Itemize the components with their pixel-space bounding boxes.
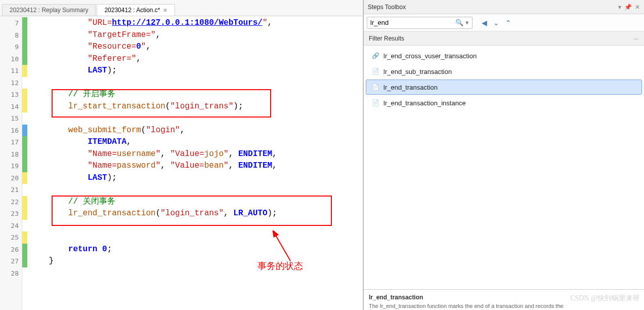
line-number: 27	[0, 255, 19, 267]
code-line[interactable]: lr_start_transaction("login_trans");	[29, 101, 363, 113]
line-number: 7	[0, 17, 19, 29]
tab[interactable]: 20230412 : Action.c*×	[97, 4, 175, 16]
tabs-bar: 20230412 : Replay Summary20230412 : Acti…	[0, 0, 363, 16]
result-item[interactable]: 📄lr_end_transaction	[366, 80, 642, 95]
link-icon: 🔗	[371, 52, 379, 60]
close-icon[interactable]: ×	[163, 7, 167, 14]
function-icon: 📄	[371, 83, 379, 91]
change-markers	[22, 16, 27, 310]
change-marker	[22, 29, 27, 42]
function-icon: 📄	[371, 67, 379, 75]
nav-back-icon[interactable]: ◀	[482, 19, 487, 27]
change-marker	[22, 89, 27, 101]
change-marker	[22, 41, 27, 53]
code-line[interactable]	[29, 267, 363, 280]
steps-toolbox-panel: Steps Toolbox ▾ 📌 ✕ 🔍 ▾ ◀ ⌄ ⌃ Filter Res…	[363, 0, 644, 310]
code-line[interactable]: // 关闭事务	[29, 196, 363, 208]
result-item[interactable]: 🔗lr_end_cross_vuser_transaction	[366, 48, 642, 63]
line-number: 21	[0, 184, 19, 196]
change-marker	[22, 125, 27, 137]
code-line[interactable]	[29, 231, 363, 244]
pin-icon[interactable]: 📌	[624, 4, 632, 11]
code-line[interactable]: "Referer=",	[29, 53, 363, 65]
toolbox-search-bar: 🔍 ▾ ◀ ⌄ ⌃	[364, 14, 644, 31]
change-marker	[22, 196, 27, 208]
change-marker	[22, 148, 27, 161]
annotation-label: 事务的状态	[257, 260, 303, 273]
code-editor[interactable]: 7891011121314151617181920212223242526272…	[0, 16, 363, 310]
line-number: 9	[0, 41, 19, 53]
dropdown-icon[interactable]: ▾	[618, 4, 621, 11]
line-number: 20	[0, 172, 19, 184]
toolbox-title-bar: Steps Toolbox ▾ 📌 ✕	[364, 0, 644, 14]
line-number: 25	[0, 231, 19, 244]
change-marker	[22, 136, 27, 148]
search-box[interactable]: 🔍 ▾	[367, 17, 473, 29]
tab-label: 20230412 : Replay Summary	[10, 7, 88, 14]
result-label: lr_end_transaction	[383, 84, 438, 91]
footer-function-name: lr_end_transaction	[369, 294, 639, 301]
line-number: 8	[0, 29, 19, 42]
dropdown-icon[interactable]: ▾	[465, 19, 469, 26]
change-marker	[22, 160, 27, 172]
change-marker	[22, 101, 27, 113]
change-marker	[22, 231, 27, 244]
code-line[interactable]: LAST);	[29, 172, 363, 184]
code-line[interactable]	[29, 184, 363, 196]
line-number: 18	[0, 148, 19, 161]
code-line[interactable]: return 0;	[29, 244, 363, 256]
line-number: 28	[0, 267, 19, 280]
code-line[interactable]: }	[29, 255, 363, 267]
line-number: 19	[0, 160, 19, 172]
line-number: 14	[0, 101, 19, 113]
line-number: 22	[0, 196, 19, 208]
code-line[interactable]: ITEMDATA,	[29, 136, 363, 148]
search-input[interactable]	[370, 19, 455, 26]
code-line[interactable]	[29, 112, 363, 125]
code-line[interactable]: lr_end_transaction("login_trans", LR_AUT…	[29, 208, 363, 220]
line-number: 11	[0, 65, 19, 77]
line-gutter: 7891011121314151617181920212223242526272…	[0, 16, 22, 310]
collapse-icon[interactable]: ︿	[633, 34, 639, 42]
code-line[interactable]: "URL=http://127.0.0.1:1080/WebTours/",	[29, 17, 363, 29]
result-label: lr_end_transaction_instance	[383, 99, 466, 107]
toolbox-footer: lr_end_transaction The lr_end_transactio…	[364, 289, 644, 310]
code-line[interactable]: web_submit_form("login",	[29, 125, 363, 137]
result-item[interactable]: 📄lr_end_sub_transaction	[366, 64, 642, 79]
code-content[interactable]: 事务的状态 "URL=http://127.0.0.1:1080/WebTour…	[27, 16, 363, 310]
nav-up-icon[interactable]: ⌃	[505, 19, 511, 27]
code-line[interactable]: LAST);	[29, 65, 363, 77]
code-line[interactable]	[29, 220, 363, 232]
change-marker	[22, 220, 27, 232]
code-line[interactable]: "Name=password", "Value=bean", ENDITEM,	[29, 160, 363, 172]
line-number: 24	[0, 220, 19, 232]
code-line[interactable]: // 开启事务	[29, 89, 363, 101]
change-marker	[22, 77, 27, 89]
line-number: 12	[0, 77, 19, 89]
nav-down-icon[interactable]: ⌄	[493, 19, 499, 27]
change-marker	[22, 172, 27, 184]
line-number: 13	[0, 89, 19, 101]
change-marker	[22, 184, 27, 196]
code-line[interactable]: "Resource=0",	[29, 41, 363, 53]
change-marker	[22, 53, 27, 65]
line-number: 23	[0, 208, 19, 220]
change-marker	[22, 244, 27, 256]
code-line[interactable]	[29, 77, 363, 89]
change-marker	[22, 208, 27, 220]
line-number: 16	[0, 125, 19, 137]
result-item[interactable]: 📄lr_end_transaction_instance	[366, 95, 642, 110]
line-number: 17	[0, 136, 19, 148]
code-line[interactable]: "Name=username", "Value=jojo", ENDITEM,	[29, 148, 363, 161]
code-line[interactable]: "TargetFrame=",	[29, 29, 363, 42]
line-number: 10	[0, 53, 19, 65]
line-number: 15	[0, 112, 19, 125]
footer-function-desc: The lr_end_transaction function marks th…	[369, 303, 639, 309]
search-icon[interactable]: 🔍	[455, 19, 463, 26]
results-list: 🔗lr_end_cross_vuser_transaction📄lr_end_s…	[364, 46, 644, 289]
filter-results-header[interactable]: Filter Results ︿	[364, 31, 644, 46]
tab[interactable]: 20230412 : Replay Summary	[2, 4, 96, 16]
result-label: lr_end_sub_transaction	[383, 68, 452, 75]
close-icon[interactable]: ✕	[635, 4, 640, 11]
editor-panel: 20230412 : Replay Summary20230412 : Acti…	[0, 0, 363, 310]
